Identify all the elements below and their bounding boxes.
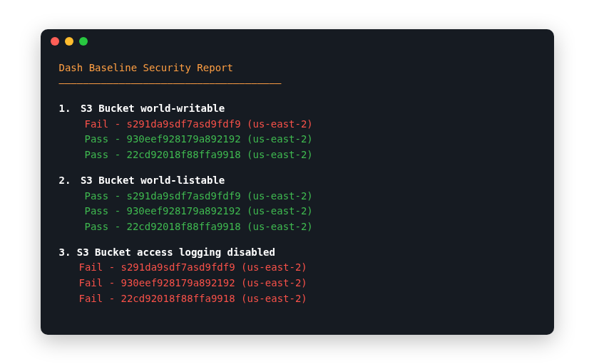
result-line: Pass - 930eef928179a892192 (us-east-2) [59, 132, 536, 147]
section-title: S3 Bucket world-writable [81, 103, 225, 114]
window-titlebar [41, 29, 554, 53]
section-header-1: 1. S3 Bucket world-writable [59, 101, 536, 117]
result-line: Pass - s291da9sdf7asd9fdf9 (us-east-2) [59, 189, 536, 204]
section-number: 2. [59, 173, 75, 189]
result-line: Fail - 930eef928179a892192 (us-east-2) [59, 276, 536, 291]
terminal-content: Dash Baseline Security Report ––––––––––… [41, 53, 554, 314]
result-line: Pass - 930eef928179a892192 (us-east-2) [59, 204, 536, 219]
section-header-3: 3. S3 Bucket access logging disabled [59, 245, 536, 261]
minimize-icon[interactable] [65, 37, 73, 46]
section-number: 1. [59, 101, 75, 117]
result-line: Pass - 22cd92018f88ffa9918 (us-east-2) [59, 147, 536, 163]
result-line: Pass - 22cd92018f88ffa9918 (us-east-2) [59, 219, 536, 235]
section-header-2: 2. S3 Bucket world-listable [59, 173, 536, 189]
result-line: Fail - 22cd92018f88ffa9918 (us-east-2) [59, 291, 536, 307]
result-line: Fail - s291da9sdf7asd9fdf9 (us-east-2) [59, 117, 536, 132]
section-title: S3 Bucket access logging disabled [77, 246, 275, 258]
terminal-window: Dash Baseline Security Report ––––––––––… [41, 29, 554, 336]
divider-line: ––––––––––––––––––––––––––––––––––––– [59, 76, 536, 91]
result-line: Fail - s291da9sdf7asd9fdf9 (us-east-2) [59, 260, 536, 276]
section-number: 3. [59, 246, 71, 258]
maximize-icon[interactable] [79, 37, 88, 46]
section-title: S3 Bucket world-listable [81, 175, 225, 186]
report-title: Dash Baseline Security Report [59, 61, 536, 76]
close-icon[interactable] [51, 37, 59, 46]
